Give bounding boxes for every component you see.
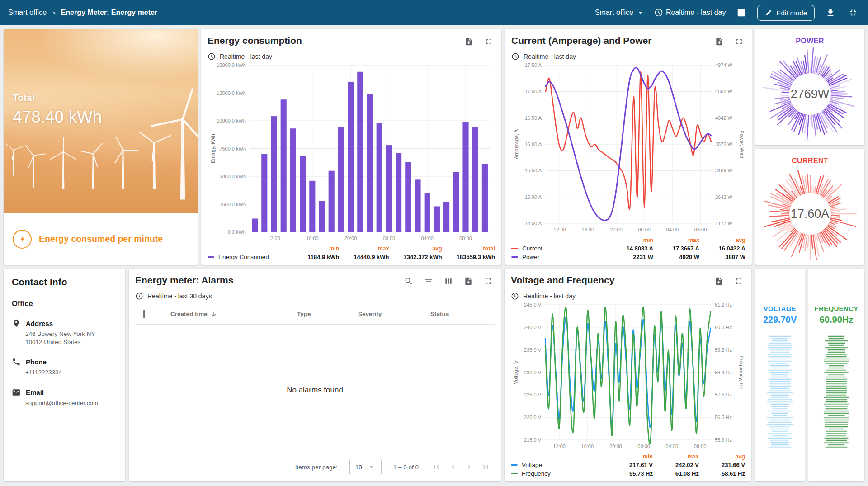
- legend-item-current[interactable]: Current: [511, 245, 607, 252]
- svg-text:12:00: 12:00: [553, 444, 566, 449]
- stat-max: 242.02 V: [667, 462, 699, 468]
- first-page-button[interactable]: [430, 461, 443, 473]
- legend-item-energy[interactable]: Energy Consumed: [208, 254, 293, 260]
- sort-descending-icon: [210, 311, 217, 318]
- widget-title: Current (Amperage) and Power: [511, 35, 651, 46]
- svg-text:12:00: 12:00: [268, 236, 280, 241]
- current-power-widget: Current (Amperage) and Power Realtime - …: [505, 29, 752, 265]
- frequency-gauge-widget: FREQUENCY 60.90Hz: [808, 269, 864, 481]
- phone-icon: [12, 357, 21, 366]
- fullscreen-icon: [735, 37, 744, 46]
- clock-icon: [208, 52, 216, 61]
- export-widget-button[interactable]: [462, 275, 475, 288]
- stat-avg: 7342.372 kWh: [403, 254, 442, 260]
- svg-text:3575 W: 3575 W: [715, 142, 733, 147]
- svg-text:12500.0 kWh: 12500.0 kWh: [217, 90, 246, 96]
- stat-max: 61.08 Hz: [667, 470, 699, 477]
- widget-title: Voltage and Frequency: [511, 275, 615, 286]
- fullscreen-widget-button[interactable]: [482, 35, 495, 48]
- svg-text:Amperage, A: Amperage, A: [514, 129, 519, 159]
- edit-mode-button[interactable]: Edit mode: [757, 5, 815, 21]
- next-page-button[interactable]: [463, 461, 476, 473]
- column-type[interactable]: Type: [297, 311, 358, 317]
- columns-icon: [444, 277, 453, 286]
- stat-total: 183559.3 kWh: [457, 254, 495, 260]
- page-title: Energy Meter: Energy meter: [61, 9, 157, 17]
- legend-item-voltage[interactable]: Voltage: [511, 462, 607, 468]
- svg-text:Power, Watt: Power, Watt: [739, 130, 745, 158]
- total-value: 478.40 kWh: [13, 108, 102, 127]
- energy-consumption-widget: Energy consumption Realtime - last day 0…: [201, 29, 501, 265]
- search-button[interactable]: [402, 275, 415, 288]
- collapse-icon: [848, 8, 858, 18]
- select-all-checkbox[interactable]: [143, 310, 145, 318]
- svg-text:4042 W: 4042 W: [715, 115, 733, 121]
- column-created-time[interactable]: Created time: [170, 311, 297, 318]
- previous-page-button[interactable]: [447, 461, 459, 473]
- exit-fullscreen-button[interactable]: [846, 6, 860, 19]
- email-value: support@office-center.com: [25, 399, 117, 407]
- voltage-gauge-value: 229.70V: [763, 315, 797, 325]
- breadcrumb-root[interactable]: Smart office: [8, 9, 47, 17]
- legend-item-frequency[interactable]: Frequency: [511, 470, 607, 477]
- export-widget-button[interactable]: [712, 275, 725, 288]
- filter-button[interactable]: [422, 275, 435, 288]
- legend-key: [511, 473, 518, 474]
- fullscreen-widget-button[interactable]: [732, 275, 745, 288]
- breadcrumb: Smart office > Energy Meter: Energy mete…: [8, 9, 157, 17]
- clock-icon: [511, 52, 519, 61]
- legend-label: Frequency: [522, 470, 551, 477]
- svg-text:Voltage, V: Voltage, V: [513, 360, 519, 384]
- fullscreen-widget-button[interactable]: [482, 275, 495, 288]
- download-icon: [826, 8, 835, 18]
- stat-header-total: total: [457, 245, 495, 252]
- svg-text:16.50 A: 16.50 A: [525, 115, 542, 121]
- clock-icon: [511, 292, 519, 300]
- legend-label: Voltage: [522, 462, 542, 468]
- export-dashboard-button[interactable]: [824, 6, 837, 19]
- fullscreen-icon: [484, 277, 493, 286]
- svg-text:20:00: 20:00: [344, 236, 357, 241]
- svg-text:235.0 V: 235.0 V: [524, 347, 542, 353]
- svg-text:17.50 A: 17.50 A: [525, 62, 542, 68]
- svg-text:220.0 V: 220.0 V: [524, 415, 542, 420]
- chevron-right-icon: [465, 462, 474, 472]
- svg-text:14.50 A: 14.50 A: [525, 221, 542, 226]
- svg-text:57.5 Hz: 57.5 Hz: [715, 392, 732, 397]
- columns-button[interactable]: [442, 275, 455, 288]
- svg-text:2500.0 kWh: 2500.0 kWh: [219, 202, 246, 207]
- svg-text:7500.0 kWh: 7500.0 kWh: [219, 146, 246, 151]
- clock-icon: [654, 8, 663, 17]
- image-icon: [736, 8, 746, 18]
- entity-select[interactable]: Smart office: [595, 8, 645, 17]
- current-power-chart: 14.50 A2177 W15.00 A2643 W15.50 A3109 W1…: [511, 61, 745, 235]
- screenshot-button[interactable]: [735, 6, 748, 19]
- export-widget-button[interactable]: [462, 35, 475, 48]
- svg-text:56.5 Hz: 56.5 Hz: [715, 415, 732, 420]
- timewindow-button[interactable]: Realtime - last day: [654, 8, 726, 17]
- page-size-select[interactable]: 10: [349, 459, 382, 475]
- stat-header-min: min: [307, 245, 339, 252]
- legend-item-power[interactable]: Power: [511, 254, 607, 260]
- stat-min: 55.73 Hz: [621, 470, 653, 477]
- svg-text:225.0 V: 225.0 V: [524, 392, 542, 397]
- svg-text:59.3 Hz: 59.3 Hz: [715, 347, 732, 353]
- voltage-gauge-title: VOLTAGE: [764, 305, 796, 312]
- contact-info-widget: Contact Info Office Address 246 Bowery N…: [4, 269, 125, 481]
- svg-text:0.0 kWh: 0.0 kWh: [228, 229, 246, 235]
- stat-avg: 58.61 Hz: [713, 470, 745, 477]
- fullscreen-widget-button[interactable]: [733, 35, 745, 48]
- phone-value: +1112223334: [25, 368, 117, 377]
- last-page-button[interactable]: [479, 461, 492, 473]
- svg-text:4974 W: 4974 W: [715, 62, 733, 68]
- timewindow-label: Realtime - last day: [666, 9, 726, 17]
- export-widget-button[interactable]: [713, 35, 726, 48]
- column-severity[interactable]: Severity: [358, 311, 430, 317]
- svg-text:12:00: 12:00: [553, 227, 566, 232]
- column-status[interactable]: Status: [430, 311, 495, 317]
- chart-legend: min max avg Current 14.8083 A 17.3667 A …: [511, 237, 745, 260]
- chart-legend: min max avg total Energy Consumed 1184.9…: [208, 245, 495, 260]
- power-gauge-widget: POWER 2769W: [755, 29, 864, 145]
- svg-text:20:00: 20:00: [609, 444, 622, 449]
- stat-min: 217.61 V: [621, 462, 653, 468]
